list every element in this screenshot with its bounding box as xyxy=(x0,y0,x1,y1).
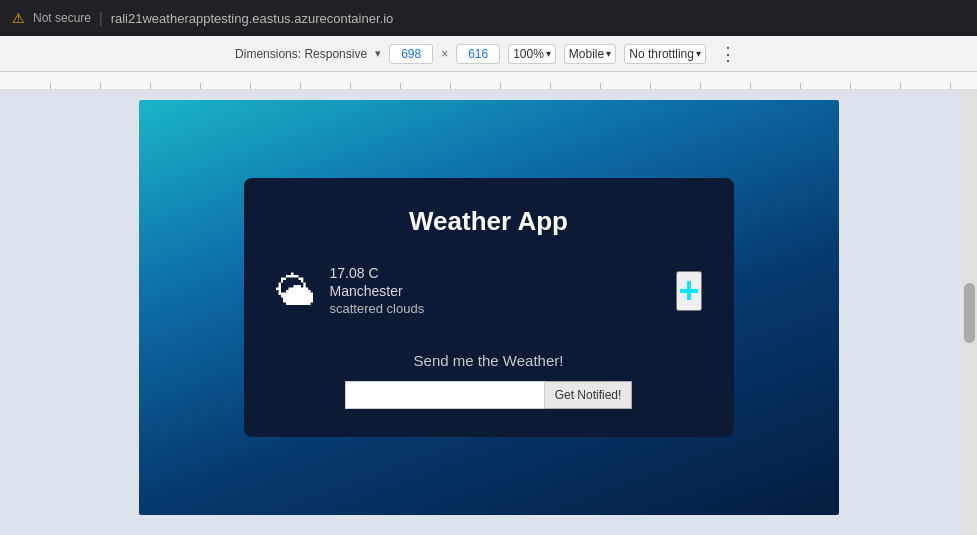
app-frame: Weather App 🌥 17.08 C Manchester scatter… xyxy=(139,100,839,515)
more-options-icon: ⋮ xyxy=(719,43,737,65)
condition-display: scattered clouds xyxy=(330,301,425,316)
city-display: Manchester xyxy=(330,283,425,299)
dimension-separator: × xyxy=(441,47,448,61)
dimensions-label: Dimensions: Responsive xyxy=(235,47,367,61)
weather-details: 17.08 C Manchester scattered clouds xyxy=(330,265,425,316)
temperature-display: 17.08 C xyxy=(330,265,425,281)
width-input[interactable] xyxy=(389,44,433,64)
separator: | xyxy=(99,10,103,26)
notification-row: Get Notified! xyxy=(276,381,702,409)
url-bar[interactable]: rali21weatherapptesting.eastus.azurecont… xyxy=(111,11,394,26)
throttle-select[interactable]: No throttling ▾ xyxy=(624,44,706,64)
scrollbar[interactable] xyxy=(962,90,977,535)
more-options-button[interactable]: ⋮ xyxy=(714,40,742,68)
ruler xyxy=(0,72,977,90)
weather-left-section: 🌥 17.08 C Manchester scattered clouds xyxy=(276,265,425,316)
weather-info-row: 🌥 17.08 C Manchester scattered clouds + xyxy=(276,265,702,316)
zoom-select[interactable]: 100% ▾ xyxy=(508,44,556,64)
add-location-button[interactable]: + xyxy=(676,271,701,311)
email-input[interactable] xyxy=(345,381,545,409)
mobile-select[interactable]: Mobile ▾ xyxy=(564,44,616,64)
send-weather-label: Send me the Weather! xyxy=(276,352,702,369)
security-warning-icon: ⚠ xyxy=(12,10,25,26)
scrollbar-thumb[interactable] xyxy=(964,283,975,343)
get-notified-button[interactable]: Get Notified! xyxy=(545,381,633,409)
not-secure-label: Not secure xyxy=(33,11,91,25)
weather-app-title: Weather App xyxy=(276,206,702,237)
main-content-area: Weather App 🌥 17.08 C Manchester scatter… xyxy=(0,90,977,535)
dimensions-chevron: ▾ xyxy=(375,47,381,60)
weather-card: Weather App 🌥 17.08 C Manchester scatter… xyxy=(244,178,734,437)
height-input[interactable] xyxy=(456,44,500,64)
cloud-icon: 🌥 xyxy=(276,271,316,311)
devtools-toolbar: Dimensions: Responsive ▾ × 100% ▾ Mobile… xyxy=(0,36,977,72)
browser-top-bar: ⚠ Not secure | rali21weatherapptesting.e… xyxy=(0,0,977,36)
